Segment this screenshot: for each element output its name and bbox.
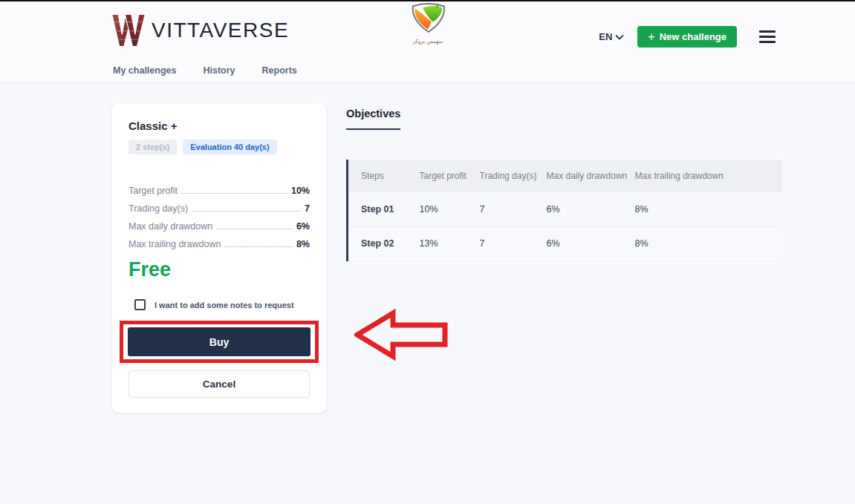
window-top-edge: [0, 0, 855, 1]
broker-logo: سهمس بروکر: [405, 3, 451, 44]
cell-max-daily-drawdown: 6%: [547, 226, 635, 261]
cell-trading-days: 7: [480, 192, 547, 226]
objectives-table: Steps Target profit Trading day(s) Max d…: [346, 160, 782, 261]
cell-step: Step 01: [348, 192, 420, 226]
steps-badge: 2 step(s): [129, 140, 177, 154]
main-nav: My challenges History Reports: [113, 65, 297, 76]
header-actions: EN + New challenge: [599, 26, 776, 48]
vittaverse-w-logo-icon: [111, 12, 146, 49]
notes-option: I want to add some notes to request: [129, 299, 310, 310]
notes-checkbox[interactable]: [134, 299, 146, 310]
stat-label: Max trailing drawdown: [129, 239, 221, 249]
buy-highlight-annotation: Buy: [120, 321, 319, 363]
dotted-leader: [224, 246, 293, 247]
cell-max-daily-drawdown: 6%: [547, 192, 635, 226]
broker-logo-caption: سهمس بروکر: [405, 39, 451, 44]
objectives-panel: Objectives Steps Target profit Trading d…: [346, 107, 782, 261]
new-challenge-label: New challenge: [660, 31, 726, 42]
language-code: EN: [599, 31, 612, 42]
brand-name: VITTAVERSE: [152, 19, 289, 42]
dotted-leader: [192, 211, 301, 212]
table-header-row: Steps Target profit Trading day(s) Max d…: [348, 160, 783, 192]
stat-label: Max daily drawdown: [129, 221, 212, 232]
plan-card: Classic + 2 step(s) Evaluation 40 day(s)…: [111, 102, 327, 413]
stat-value: 10%: [291, 186, 310, 196]
dotted-leader: [216, 229, 293, 229]
col-target-profit: Target profit: [420, 160, 480, 192]
buy-button[interactable]: Buy: [128, 327, 311, 356]
plan-title: Classic +: [129, 120, 310, 132]
cell-max-trailing-drawdown: 8%: [635, 226, 783, 261]
stat-label: Trading day(s): [129, 203, 188, 214]
nav-reports[interactable]: Reports: [262, 65, 297, 76]
brand[interactable]: VITTAVERSE: [111, 12, 289, 49]
cell-max-trailing-drawdown: 8%: [635, 192, 783, 226]
table-row: Step 02 13% 7 6% 8%: [348, 226, 783, 261]
broker-shield-icon: [408, 3, 448, 37]
col-trading-days: Trading day(s): [480, 160, 547, 192]
table-row: Step 01 10% 7 6% 8%: [348, 192, 783, 226]
stat-target-profit: Target profit 10%: [129, 186, 310, 196]
cell-target-profit: 13%: [420, 226, 480, 261]
evaluation-badge: Evaluation 40 day(s): [183, 140, 276, 154]
chevron-down-icon: [615, 34, 624, 40]
nav-history[interactable]: History: [203, 65, 235, 76]
nav-my-challenges[interactable]: My challenges: [113, 65, 176, 76]
plan-stats: Target profit 10% Trading day(s) 7 Max d…: [129, 186, 310, 249]
stat-trading-days: Trading day(s) 7: [129, 203, 310, 214]
cancel-button[interactable]: Cancel: [129, 370, 310, 398]
arrow-annotation: [354, 307, 449, 362]
stat-value: 7: [305, 203, 310, 214]
price-label: Free: [129, 258, 310, 281]
menu-icon[interactable]: [759, 30, 776, 43]
new-challenge-button[interactable]: + New challenge: [637, 26, 737, 48]
stat-value: 6%: [296, 221, 310, 232]
tab-objectives[interactable]: Objectives: [346, 108, 400, 130]
language-selector[interactable]: EN: [599, 31, 624, 42]
left-arrow-icon: [354, 307, 449, 362]
header: VITTAVERSE سهمس بروکر EN: [0, 1, 855, 83]
dotted-leader: [181, 193, 287, 194]
col-max-daily-drawdown: Max daily drawdown: [547, 160, 635, 192]
notes-checkbox-label: I want to add some notes to request: [155, 301, 294, 310]
stat-max-daily-drawdown: Max daily drawdown 6%: [129, 221, 310, 232]
col-steps: Steps: [348, 160, 420, 192]
cell-step: Step 02: [348, 226, 420, 261]
plan-badges: 2 step(s) Evaluation 40 day(s): [129, 140, 310, 154]
col-max-trailing-drawdown: Max trailing drawdown: [635, 160, 783, 192]
stat-max-trailing-drawdown: Max trailing drawdown 8%: [129, 239, 310, 249]
cell-trading-days: 7: [480, 226, 547, 261]
stat-label: Target profit: [129, 186, 178, 196]
stat-value: 8%: [296, 239, 310, 249]
cell-target-profit: 10%: [420, 192, 480, 226]
plus-icon: +: [648, 31, 654, 43]
